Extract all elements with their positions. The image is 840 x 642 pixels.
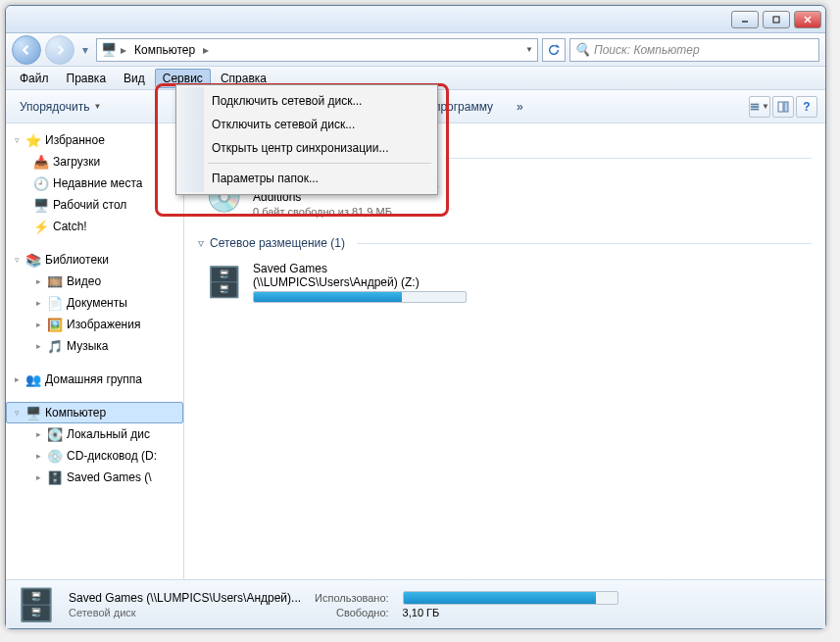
close-button[interactable] (794, 11, 821, 28)
expander-icon[interactable]: ▸ (33, 429, 43, 439)
tree-label: Catch! (53, 220, 87, 233)
refresh-button[interactable] (542, 38, 566, 62)
tree-label: Компьютер (45, 406, 106, 420)
cd-icon: 💿 (47, 448, 63, 464)
toolbar-overflow[interactable]: » (511, 96, 529, 118)
tree-cd-drive[interactable]: ▸💿CD-дисковод (D: (6, 445, 183, 467)
tree-documents[interactable]: ▸📄Документы (6, 292, 183, 314)
minimize-button[interactable] (731, 11, 759, 28)
tree-label: Домашняя группа (45, 372, 142, 386)
back-button[interactable] (12, 35, 41, 65)
expander-icon[interactable]: ▸ (33, 341, 43, 351)
view-details-button[interactable]: ▼ (749, 96, 770, 118)
tree-computer[interactable]: ▿ 🖥️ Компьютер (6, 402, 183, 423)
tree-recent[interactable]: 🕘Недавние места (6, 173, 183, 194)
breadcrumb-item[interactable]: Компьютер (130, 41, 199, 59)
breadcrumb-sep: ▸ (203, 43, 209, 57)
menu-disconnect-network-drive[interactable]: Отключить сетевой диск... (178, 113, 435, 136)
organize-button[interactable]: Упорядочить ▼ (14, 96, 107, 118)
document-icon: 📄 (47, 295, 63, 311)
tree-favorites[interactable]: ▿ ⭐ Избранное (6, 129, 183, 151)
address-bar[interactable]: 🖥️ ▸ Компьютер ▸ ▼ (96, 38, 538, 62)
folder-icon: 📥 (33, 154, 49, 170)
nav-history-dropdown[interactable]: ▾ (78, 36, 92, 64)
computer-icon: 🖥️ (25, 405, 41, 420)
expander-icon[interactable]: ▿ (12, 255, 22, 265)
bolt-icon: ⚡ (33, 219, 49, 234)
preview-pane-button[interactable] (772, 96, 794, 118)
tree-label: Библиотеки (45, 253, 109, 267)
tree-downloads[interactable]: 📥Загрузки (6, 151, 183, 173)
svg-rect-4 (751, 103, 759, 105)
expander-icon[interactable]: ▿ (12, 135, 22, 145)
svg-rect-7 (778, 102, 783, 112)
status-usage-fill (404, 592, 596, 604)
computer-icon: 🖥️ (101, 42, 117, 58)
tree-label: Документы (67, 296, 127, 310)
menu-edit[interactable]: Правка (59, 69, 115, 88)
tree-homegroup[interactable]: ▸ 👥 Домашняя группа (6, 369, 183, 390)
usage-fill (254, 292, 402, 302)
picture-icon: 🖼️ (47, 317, 63, 332)
expander-icon[interactable]: ▸ (33, 472, 43, 482)
tree-label: Музыка (67, 339, 108, 353)
svg-rect-8 (784, 102, 788, 112)
tree-desktop[interactable]: 🖥️Рабочий стол (6, 194, 183, 216)
menu-view[interactable]: Вид (116, 69, 153, 88)
expander-icon[interactable]: ▸ (12, 374, 22, 384)
tree-label: Недавние места (53, 176, 142, 190)
status-used-label: Использовано: (315, 592, 389, 604)
star-icon: ⭐ (25, 132, 41, 148)
address-dropdown-icon[interactable]: ▼ (525, 45, 533, 54)
svg-rect-1 (773, 17, 779, 23)
maximize-button[interactable] (763, 11, 790, 28)
tree-libraries[interactable]: ▿ 📚 Библиотеки (6, 249, 183, 271)
tree-video[interactable]: ▸🎞️Видео (6, 271, 183, 292)
search-box[interactable]: 🔍 Поиск: Компьютер (569, 38, 819, 62)
drive-network-z[interactable]: 🗄️ Saved Games (\\LUMPICS\Users\Андрей) … (198, 256, 472, 309)
status-usage-bar (403, 591, 618, 605)
network-drive-icon: 🗄️ (47, 469, 63, 485)
disk-icon: 💽 (47, 426, 63, 442)
collapse-icon[interactable]: ▿ (198, 236, 204, 250)
tree-catch[interactable]: ⚡Catch! (6, 216, 183, 237)
status-type: Сетевой диск (69, 607, 301, 618)
tree-label: CD-дисковод (D: (67, 449, 157, 463)
forward-button[interactable] (45, 35, 74, 65)
nav-pane: ▿ ⭐ Избранное 📥Загрузки 🕘Недавние места … (6, 123, 184, 579)
menu-separator (208, 163, 431, 164)
tree-label: Загрузки (53, 155, 100, 169)
tree-label: Saved Games (\ (67, 470, 152, 484)
svg-rect-6 (751, 108, 759, 110)
usage-bar (253, 291, 467, 303)
breadcrumb-sep: ▸ (121, 43, 126, 57)
menu-open-sync-center[interactable]: Открыть центр синхронизации... (178, 136, 435, 160)
tree-label: Избранное (45, 133, 105, 147)
desktop-icon: 🖥️ (33, 197, 49, 213)
status-free-val: 3,10 ГБ (403, 607, 618, 618)
homegroup-icon: 👥 (25, 371, 41, 387)
expander-icon[interactable]: ▸ (33, 276, 43, 286)
expander-icon[interactable]: ▸ (33, 320, 43, 329)
expander-icon[interactable]: ▸ (33, 298, 43, 308)
tree-music[interactable]: ▸🎵Музыка (6, 335, 183, 357)
tree-network-drive[interactable]: ▸🗄️Saved Games (\ (6, 467, 183, 488)
expander-icon[interactable]: ▸ (33, 451, 43, 461)
menu-file[interactable]: Файл (12, 69, 57, 88)
tree-label: Рабочий стол (53, 198, 126, 212)
search-placeholder: Поиск: Компьютер (594, 43, 700, 57)
tree-label: Видео (67, 274, 101, 288)
section-network[interactable]: ▿ Сетевое размещение (1) (198, 236, 812, 250)
tree-label: Изображения (67, 318, 140, 331)
menu-map-network-drive[interactable]: Подключить сетевой диск... (178, 89, 435, 113)
library-icon: 📚 (25, 252, 41, 268)
menu-folder-options[interactable]: Параметры папок... (178, 167, 435, 190)
organize-label: Упорядочить (20, 100, 89, 114)
navbar: ▾ 🖥️ ▸ Компьютер ▸ ▼ 🔍 Поиск: Компьютер (6, 33, 825, 67)
tree-local-disk[interactable]: ▸💽Локальный дис (6, 423, 183, 445)
chevron-down-icon: ▼ (93, 102, 101, 111)
help-button[interactable]: ? (796, 96, 817, 118)
expander-icon[interactable]: ▿ (12, 408, 22, 418)
search-icon: 🔍 (574, 42, 590, 58)
tree-pictures[interactable]: ▸🖼️Изображения (6, 314, 183, 335)
